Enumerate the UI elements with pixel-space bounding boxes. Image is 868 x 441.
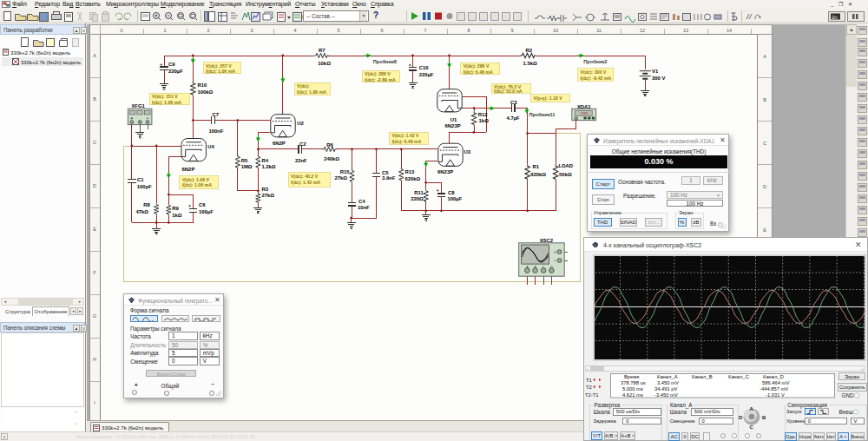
svg-text:B: B xyxy=(762,415,766,420)
svg-text:G: G xyxy=(93,313,96,319)
svg-text:E: E xyxy=(763,227,766,233)
svg-text:1.2kΩ: 1.2kΩ xyxy=(261,164,275,169)
svg-text:A: A xyxy=(93,53,96,58)
svg-text:D: D xyxy=(93,183,96,188)
svg-text:Канал_C: Канал_C xyxy=(728,374,749,379)
svg-text:-444.857 mV: -444.857 mV xyxy=(760,386,788,392)
svg-text:I(dc): 1.42 mA: I(dc): 1.42 mA xyxy=(291,180,320,185)
svg-text:5: 5 xyxy=(337,28,339,33)
svg-text:U2: U2 xyxy=(297,121,304,126)
svg-text:Канал_A: Канал_A xyxy=(657,374,678,379)
svg-text:T2-T1: T2-T1 xyxy=(585,392,598,398)
svg-text:2n: 2n xyxy=(832,15,838,20)
svg-text:G: G xyxy=(554,251,556,254)
svg-text:10: 10 xyxy=(553,28,558,33)
svg-text:I(dc): -2.89 mA: I(dc): -2.89 mA xyxy=(365,77,396,82)
svg-text:3: 3 xyxy=(250,28,253,33)
svg-text:1kΩ: 1kΩ xyxy=(479,118,490,123)
svg-text:6N23P: 6N23P xyxy=(445,123,461,128)
svg-text:V(dc): 151 V: V(dc): 151 V xyxy=(152,94,178,99)
svg-text:LOAD: LOAD xyxy=(558,163,573,168)
svg-text:0: 0 xyxy=(120,28,122,33)
svg-text:27kΩ: 27kΩ xyxy=(261,193,274,198)
svg-text:50kΩ: 50kΩ xyxy=(559,172,572,177)
svg-text:C: C xyxy=(750,425,754,430)
svg-text:T2: T2 xyxy=(586,385,592,390)
svg-text:A: A xyxy=(750,406,754,411)
svg-text:1.5kΩ: 1.5kΩ xyxy=(523,61,537,66)
svg-text:C2: C2 xyxy=(299,142,306,147)
svg-text:R2: R2 xyxy=(526,48,533,53)
svg-text:B: B xyxy=(763,97,766,102)
svg-text:C10: C10 xyxy=(419,65,430,70)
svg-text:Пробник2: Пробник2 xyxy=(583,59,607,64)
svg-text:R1: R1 xyxy=(533,164,540,169)
svg-text:8: 8 xyxy=(467,28,470,33)
svg-text:14: 14 xyxy=(727,28,732,33)
svg-text:C: C xyxy=(763,141,766,146)
svg-text:C4: C4 xyxy=(358,199,365,204)
svg-text:R8: R8 xyxy=(143,202,150,207)
svg-text:12: 12 xyxy=(640,28,645,33)
svg-text:1kΩ: 1kΩ xyxy=(172,213,182,218)
svg-text:T1: T1 xyxy=(586,378,592,383)
svg-text:U4: U4 xyxy=(207,144,214,149)
svg-text:THD: THD xyxy=(581,111,588,115)
svg-text:330k+2.7k (6н2п) модель: 330k+2.7k (6н2п) модель xyxy=(10,50,70,56)
svg-text:D: D xyxy=(739,415,743,420)
svg-text:220µF: 220µF xyxy=(168,69,183,74)
svg-text:-3.450 mV: -3.450 mV xyxy=(654,392,678,398)
svg-text:C7: C7 xyxy=(213,112,220,117)
svg-text:I(dc): 1.06 mA: I(dc): 1.06 mA xyxy=(206,69,235,74)
svg-text:10nF: 10nF xyxy=(358,205,370,210)
svg-text:5.000 ms: 5.000 ms xyxy=(622,386,643,392)
svg-text:R7: R7 xyxy=(319,48,326,53)
svg-text:4: 4 xyxy=(293,28,296,33)
svg-text:3.450 mV: 3.450 mV xyxy=(657,380,679,385)
svg-text:V(dc): 286 V: V(dc): 286 V xyxy=(464,63,490,69)
svg-text:2: 2 xyxy=(207,28,209,33)
svg-text:C8: C8 xyxy=(448,190,455,195)
svg-text:10kΩ: 10kΩ xyxy=(318,61,331,66)
svg-text:6N2P: 6N2P xyxy=(273,141,286,146)
svg-text:11: 11 xyxy=(596,28,602,33)
svg-text:I(dc): 1.80 mA: I(dc): 1.80 mA xyxy=(297,89,326,95)
svg-text:R15: R15 xyxy=(340,169,351,174)
svg-text:I(dc): 1.06 mA: I(dc): 1.06 mA xyxy=(152,100,181,105)
svg-text:R5: R5 xyxy=(241,158,248,163)
svg-text:3.9nF: 3.9nF xyxy=(382,175,396,181)
svg-text:220µF: 220µF xyxy=(419,72,434,77)
svg-text:220Ω: 220Ω xyxy=(411,196,424,201)
svg-text:1: 1 xyxy=(163,28,166,33)
svg-text:V(dc): 1.06 V: V(dc): 1.06 V xyxy=(182,177,210,182)
svg-text:34.491 pV: 34.491 pV xyxy=(654,386,678,392)
svg-text:V(dc): 300 V: V(dc): 300 V xyxy=(581,69,607,75)
svg-text:A: A xyxy=(763,54,766,59)
svg-text:6N23P: 6N23P xyxy=(437,169,453,174)
svg-text:240kΩ: 240kΩ xyxy=(324,156,339,161)
svg-text:V(dc): 40.2 V: V(dc): 40.2 V xyxy=(291,174,319,179)
svg-text:R10: R10 xyxy=(198,82,208,88)
svg-text:4.7µF: 4.7µF xyxy=(507,115,521,121)
svg-text:C9: C9 xyxy=(168,62,175,67)
svg-text:4.621 ms: 4.621 ms xyxy=(622,392,643,398)
svg-text:100pF: 100pF xyxy=(137,184,152,189)
svg-text:B: B xyxy=(93,96,96,102)
svg-text:Пробник8: Пробник8 xyxy=(373,59,397,64)
svg-text:E: E xyxy=(93,227,96,232)
svg-text:C: C xyxy=(93,140,96,145)
svg-text:Канал_B: Канал_B xyxy=(692,374,713,379)
svg-text:V(p-p): 1.18 V: V(p-p): 1.18 V xyxy=(534,95,563,101)
svg-text:13: 13 xyxy=(683,28,688,33)
svg-text:22nF: 22nF xyxy=(295,158,307,163)
svg-text:100µF: 100µF xyxy=(448,196,463,201)
svg-text:27kΩ: 27kΩ xyxy=(334,175,347,181)
svg-text:C3: C3 xyxy=(510,100,517,105)
svg-text:378.788 us: 378.788 us xyxy=(621,380,646,385)
svg-text:6N2P: 6N2P xyxy=(182,167,195,172)
svg-text:XSC2: XSC2 xyxy=(540,238,554,243)
svg-text:7: 7 xyxy=(424,28,426,33)
svg-text:I(dc): 6.48 mA: I(dc): 6.48 mA xyxy=(391,139,421,144)
svg-text:R11: R11 xyxy=(414,190,424,195)
svg-text:I(dc): 52.0 nA: I(dc): 52.0 nA xyxy=(494,89,523,94)
